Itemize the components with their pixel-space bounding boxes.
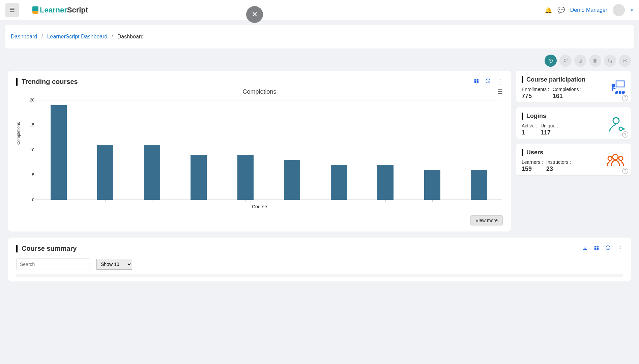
breadcrumb: Dashboard / LearnerScript Dashboard / Da… — [5, 25, 634, 49]
stat-value: 775 — [522, 93, 549, 100]
chart-bar[interactable] — [331, 165, 347, 200]
stat-label: Unique : — [541, 123, 558, 128]
close-overlay-button[interactable]: ✕ — [246, 6, 263, 23]
breadcrumb-sep: / — [112, 34, 113, 39]
chart-ytick: 20 — [28, 98, 34, 102]
search-input[interactable] — [16, 259, 90, 270]
svg-rect-7 — [474, 81, 476, 83]
help-icon[interactable]: ? — [622, 95, 628, 101]
svg-point-16 — [619, 127, 622, 130]
schedule-icon[interactable] — [605, 245, 611, 252]
svg-point-15 — [613, 118, 619, 124]
messages-icon[interactable]: 💬 — [557, 6, 565, 14]
trending-courses-card: Trending courses ⋮ Completions ☰ Complet… — [8, 71, 511, 232]
chart-ytick: 0 — [28, 198, 34, 202]
more-options-icon[interactable]: ⋮ — [497, 78, 503, 86]
chart-bar[interactable] — [284, 160, 300, 200]
stat-label: Instructors : — [546, 159, 571, 165]
username-link[interactable]: Demo Manager — [570, 7, 607, 13]
chart-bar-slot — [315, 165, 362, 200]
close-icon: ✕ — [252, 10, 258, 19]
logo-text-learner: Learner — [40, 6, 67, 14]
main-grid: Trending courses ⋮ Completions ☰ Complet… — [0, 71, 639, 232]
chart-ytick: 10 — [28, 148, 34, 152]
chart-bar-slot — [409, 170, 456, 200]
chart-bar-slot — [128, 145, 175, 200]
help-icon[interactable]: ? — [622, 168, 628, 174]
chart-menu-icon[interactable]: ☰ — [497, 88, 503, 95]
chart-bar[interactable] — [144, 145, 160, 200]
menu-toggle-button[interactable]: ☰ — [5, 3, 19, 17]
avatar[interactable] — [613, 4, 625, 16]
stat-label: Completions : — [553, 87, 582, 92]
svg-rect-5 — [474, 79, 476, 81]
chart-bar[interactable] — [377, 165, 394, 200]
chart-title: Completions — [16, 88, 503, 95]
chart-ytick: 5 — [28, 173, 34, 177]
breadcrumb-link-learnerscript[interactable]: LearnerScript Dashboard — [47, 34, 108, 39]
users-icon — [606, 153, 625, 170]
card-title: Trending courses — [16, 78, 78, 86]
grid-view-icon[interactable] — [594, 245, 599, 252]
svg-rect-21 — [597, 246, 599, 247]
chart-ylabel: Completions — [16, 122, 21, 145]
stat-value: 159 — [522, 165, 543, 173]
chart-bar[interactable] — [191, 155, 207, 200]
more-options-icon[interactable]: ⋮ — [617, 244, 623, 252]
stat-value: 1 — [522, 129, 537, 136]
chart-bar[interactable] — [237, 155, 254, 200]
dashboard-type-icon-3[interactable] — [574, 55, 586, 67]
chart-bar[interactable] — [424, 170, 440, 200]
course-summary-card: Course summary ⋮ Show 10Show 25Show 50Sh… — [8, 238, 631, 281]
stat-label: Active : — [522, 123, 537, 128]
users-card: Users Learners : 159 Instructors : 23 ? — [516, 144, 631, 175]
logo-text-script: Script — [67, 6, 88, 14]
dashboard-type-icon-2[interactable] — [559, 55, 572, 67]
schedule-icon[interactable] — [485, 78, 491, 85]
table-placeholder — [16, 274, 623, 277]
stat-value: 23 — [546, 165, 571, 173]
stat-value: 117 — [541, 129, 558, 136]
card-title: Course summary — [16, 245, 77, 252]
course-participation-card: Course participation Enrollments : 775 C… — [516, 71, 631, 102]
svg-point-11 — [612, 84, 615, 87]
svg-point-4 — [611, 61, 612, 63]
view-more-button[interactable]: View more — [470, 215, 503, 225]
chart-bar-slot — [175, 155, 222, 200]
svg-point-14 — [622, 91, 625, 93]
chart-xlabel: Course — [252, 204, 267, 209]
dashboard-type-icon-6[interactable] — [619, 55, 631, 67]
breadcrumb-sep: / — [41, 34, 43, 39]
svg-point-12 — [616, 91, 618, 93]
svg-point-13 — [619, 91, 621, 93]
user-menu-caret-icon[interactable]: ▼ — [630, 8, 634, 12]
download-icon[interactable] — [582, 245, 588, 252]
card-head: Trending courses ⋮ — [16, 78, 503, 86]
stat-label: Enrollments : — [522, 87, 549, 92]
notifications-icon[interactable]: 🔔 — [545, 6, 552, 14]
logo[interactable]: LearnerScript — [32, 6, 88, 14]
breadcrumb-link-dashboard[interactable]: Dashboard — [11, 34, 37, 39]
logins-card: Logins Active : 1 Unique : 117 ? — [516, 107, 631, 139]
chart-ytick: 15 — [28, 123, 34, 127]
chart-bar[interactable] — [51, 105, 67, 200]
svg-rect-20 — [594, 246, 596, 247]
chart-bars — [35, 100, 502, 200]
dashboard-type-icon-1[interactable] — [545, 55, 557, 67]
summary-head: Course summary ⋮ — [16, 244, 623, 252]
chart-bar[interactable] — [97, 145, 113, 200]
help-icon[interactable]: ? — [622, 131, 628, 138]
side-cards: Course participation Enrollments : 775 C… — [516, 71, 631, 175]
dashboard-type-icon-5[interactable] — [604, 55, 616, 67]
chart-bar-slot — [222, 155, 269, 200]
svg-rect-8 — [477, 81, 478, 83]
grid-view-icon[interactable] — [474, 78, 479, 85]
stat-value: 161 — [553, 93, 582, 100]
chart-bar[interactable] — [471, 170, 487, 200]
summary-icons: ⋮ — [582, 244, 623, 252]
show-count-select[interactable]: Show 10Show 25Show 50Show 100 — [96, 259, 132, 270]
dashboard-type-icon-4[interactable] — [589, 55, 601, 67]
topbar-right: 🔔 💬 Demo Manager ▼ — [545, 4, 634, 16]
breadcrumb-current: Dashboard — [117, 34, 144, 39]
svg-point-19 — [619, 156, 623, 160]
